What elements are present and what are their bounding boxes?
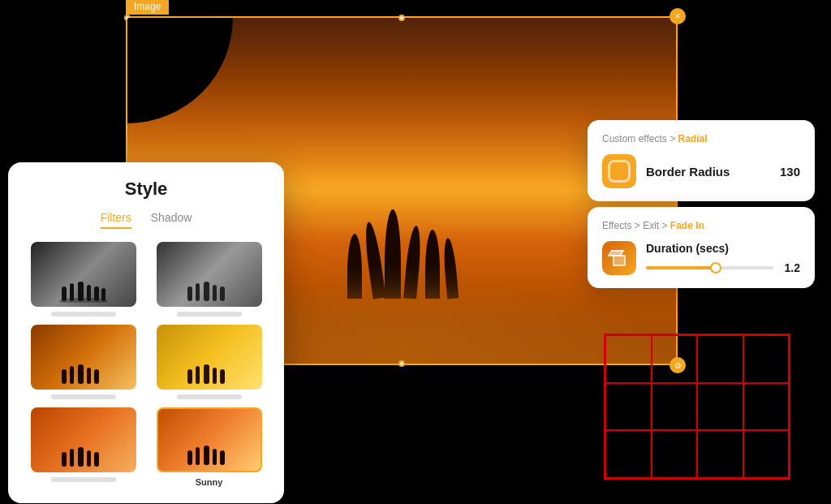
filter-thumb-2[interactable] <box>157 242 262 307</box>
grid-cell-11 <box>697 430 743 478</box>
canvas: Image × ⚙ Style <box>0 0 831 504</box>
grid-cell-9 <box>605 430 652 478</box>
box-front-face <box>613 255 626 266</box>
svg-rect-5 <box>94 286 99 301</box>
effects-breadcrumb-text: Custom effects > <box>602 133 678 144</box>
svg-rect-1 <box>62 286 67 301</box>
grid-cell-12 <box>743 430 790 478</box>
svg-rect-30 <box>213 449 217 465</box>
filter-thumb-4[interactable] <box>157 325 262 390</box>
custom-effects-panel: Custom effects > Radial Border Radius 13… <box>588 120 815 201</box>
filter-thumb-6[interactable] <box>157 407 262 472</box>
filter-thumb-5[interactable] <box>31 407 136 472</box>
svg-rect-13 <box>70 366 74 384</box>
grid-cell-10 <box>652 430 698 478</box>
filter-item-4[interactable] <box>150 325 268 399</box>
svg-rect-28 <box>196 447 200 465</box>
svg-rect-8 <box>196 283 200 301</box>
svg-rect-3 <box>78 282 84 301</box>
svg-rect-11 <box>220 286 225 301</box>
effect-label: Border Radius <box>646 165 770 179</box>
duration-row: Duration (secs) 1.2 <box>602 241 800 275</box>
style-panel: Style Filters Shadow <box>8 162 284 503</box>
svg-rect-9 <box>204 282 209 301</box>
duration-box-icon <box>602 241 636 275</box>
filter-item-5[interactable] <box>24 407 142 487</box>
svg-rect-31 <box>220 450 225 465</box>
border-radius-icon <box>602 154 636 188</box>
duration-breadcrumb-highlight: Fade In <box>670 220 704 231</box>
grid-cell-7 <box>697 383 743 431</box>
grid-cell-1 <box>605 335 652 383</box>
svg-rect-23 <box>70 449 74 467</box>
svg-rect-26 <box>94 452 99 467</box>
filter-thumb-3[interactable] <box>31 325 136 390</box>
filter-label-2 <box>177 312 242 317</box>
filter-label-5 <box>51 477 116 482</box>
handle-bottom-center[interactable] <box>398 360 405 367</box>
svg-rect-4 <box>87 285 91 301</box>
style-panel-title: Style <box>24 179 268 200</box>
svg-rect-25 <box>87 450 91 467</box>
handle-top-center[interactable] <box>398 15 405 21</box>
filter-label-6-selected: Sunny <box>177 477 242 487</box>
svg-rect-22 <box>62 452 67 467</box>
svg-rect-20 <box>213 368 217 384</box>
svg-rect-19 <box>204 364 209 384</box>
duration-slider-thumb[interactable] <box>710 262 721 274</box>
duration-content: Duration (secs) 1.2 <box>646 242 800 274</box>
duration-panel: Effects > Exit > Fade In Duration (secs)… <box>588 207 815 288</box>
svg-rect-29 <box>204 446 209 465</box>
filter-item-6[interactable]: Sunny <box>150 407 268 487</box>
svg-rect-27 <box>187 450 192 465</box>
style-tabs: Filters Shadow <box>24 211 268 229</box>
svg-rect-16 <box>94 369 99 384</box>
filter-item-3[interactable] <box>24 325 142 399</box>
grid-cell-5 <box>605 383 652 431</box>
effects-breadcrumb-highlight: Radial <box>678 133 708 144</box>
red-grid-overlay <box>604 334 790 480</box>
svg-rect-15 <box>87 368 91 384</box>
filter-label-1 <box>51 312 116 317</box>
duration-value: 1.2 <box>780 261 800 274</box>
filter-item-1[interactable] <box>24 242 142 317</box>
svg-rect-24 <box>78 447 84 467</box>
effects-row: Border Radius 130 <box>602 154 800 188</box>
duration-label: Duration (secs) <box>646 242 800 255</box>
grid-cell-4 <box>743 335 790 383</box>
svg-rect-10 <box>213 285 217 301</box>
filter-item-2[interactable] <box>150 242 268 317</box>
svg-rect-18 <box>196 366 200 384</box>
close-handle[interactable]: × <box>670 8 686 24</box>
tab-filters[interactable]: Filters <box>101 211 131 229</box>
svg-rect-14 <box>78 364 84 384</box>
svg-rect-6 <box>101 288 105 301</box>
duration-slider-container: 1.2 <box>646 261 800 274</box>
svg-rect-7 <box>187 286 192 301</box>
box-3d-shape <box>609 250 629 266</box>
svg-rect-2 <box>70 283 74 301</box>
effect-value[interactable]: 130 <box>780 165 800 179</box>
grid-cell-6 <box>652 383 698 431</box>
tab-shadow[interactable]: Shadow <box>151 211 192 229</box>
grid-cell-2 <box>652 335 698 383</box>
duration-slider-fill <box>646 266 716 269</box>
filter-label-4 <box>177 394 242 399</box>
filter-label-3 <box>51 394 116 399</box>
grid-cell-8 <box>743 383 790 431</box>
effects-breadcrumb: Custom effects > Radial <box>602 133 800 144</box>
svg-rect-17 <box>187 369 192 384</box>
duration-breadcrumb-text: Effects > Exit > <box>602 220 670 231</box>
border-radius-icon-inner <box>608 160 631 183</box>
duration-slider[interactable] <box>646 266 773 269</box>
red-grid-inner <box>604 334 790 480</box>
svg-rect-12 <box>62 369 67 384</box>
filter-grid: Sunny <box>24 242 268 487</box>
image-label: Image <box>126 0 169 15</box>
duration-breadcrumb: Effects > Exit > Fade In <box>602 220 800 231</box>
grid-cell-3 <box>697 335 743 383</box>
svg-rect-21 <box>220 369 225 384</box>
filter-thumb-1[interactable] <box>31 242 136 307</box>
